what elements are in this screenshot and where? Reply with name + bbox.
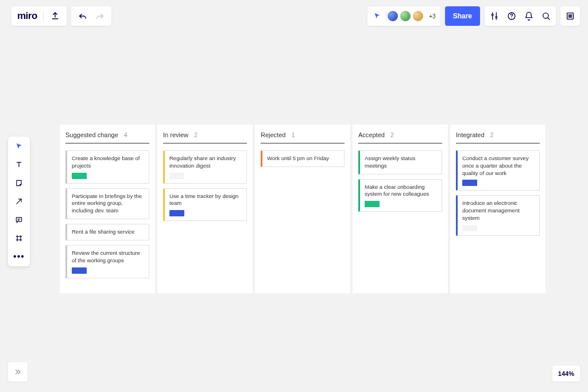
- app-logo[interactable]: miro: [17, 10, 37, 22]
- column-header: Rejected1: [261, 131, 345, 143]
- right-tools-box: [485, 6, 556, 26]
- card-tag-swatch: [462, 180, 477, 186]
- card-tag-swatch: [72, 267, 87, 274]
- column-title: Suggested change: [65, 131, 118, 138]
- cursor-icon[interactable]: [372, 12, 382, 20]
- more-tools-icon[interactable]: •••: [14, 251, 24, 262]
- select-tool-icon[interactable]: [14, 141, 24, 152]
- card-tag-swatch: [462, 225, 477, 231]
- help-icon[interactable]: [506, 11, 517, 21]
- topbar-left: miro: [11, 6, 111, 26]
- card-tag-swatch: [365, 201, 380, 207]
- kanban-card[interactable]: Make a clear onboarding system for new c…: [358, 179, 442, 212]
- panel-icon[interactable]: [560, 6, 580, 26]
- column-header: In review2: [163, 131, 247, 143]
- column-header: Integrated2: [456, 131, 540, 143]
- column-count: 2: [490, 131, 494, 138]
- zoom-level[interactable]: 144%: [552, 366, 580, 382]
- more-avatars-badge[interactable]: +3: [429, 13, 435, 20]
- card-text: Conduct a customer survey once a quarter…: [462, 155, 535, 177]
- frame-tool-icon[interactable]: [14, 233, 24, 243]
- kanban-column[interactable]: Integrated2Conduct a customer survey onc…: [450, 125, 546, 293]
- kanban-column[interactable]: Suggested change4Create a knowledge base…: [60, 125, 155, 293]
- card-tag-swatch: [169, 210, 184, 216]
- column-header: Accepted2: [358, 131, 442, 143]
- expand-toolbar-icon[interactable]: [8, 362, 28, 382]
- sticky-note-tool-icon[interactable]: [14, 178, 24, 188]
- column-count: 4: [124, 131, 127, 138]
- top-bar: miro +3 Share: [0, 6, 588, 26]
- divider: [43, 11, 44, 21]
- svg-line-9: [548, 18, 550, 20]
- avatar[interactable]: [386, 10, 399, 22]
- column-count: 2: [390, 131, 394, 138]
- column-title: Accepted: [358, 131, 385, 138]
- share-button[interactable]: Share: [445, 6, 480, 26]
- kanban-card[interactable]: Review the current structure of the work…: [65, 245, 149, 278]
- collaborators-box: +3: [368, 6, 440, 26]
- topbar-right: +3 Share: [368, 6, 580, 26]
- kanban-card[interactable]: Introduce an electronic document managem…: [456, 195, 540, 235]
- comment-tool-icon[interactable]: [14, 215, 24, 225]
- card-text: Create a knowledge base of projects: [72, 155, 144, 170]
- kanban-card[interactable]: Use a time tracker by design team: [163, 188, 247, 222]
- export-icon[interactable]: [49, 10, 61, 22]
- card-text: Regularly share an industry innovation d…: [169, 155, 242, 170]
- kanban-card[interactable]: Regularly share an industry innovation d…: [163, 150, 247, 184]
- logo-box: miro: [11, 6, 67, 26]
- card-tag-swatch: [169, 173, 184, 179]
- undo-icon[interactable]: [77, 10, 88, 22]
- card-text: Participate in briefings by the entire w…: [72, 193, 144, 215]
- undo-redo-box: [71, 6, 111, 26]
- card-text: Work until 5 pm on Friday: [267, 155, 339, 162]
- kanban-card[interactable]: Conduct a customer survey once a quarter…: [456, 150, 540, 191]
- svg-line-16: [17, 199, 21, 204]
- settings-icon[interactable]: [489, 11, 500, 21]
- column-header: Suggested change4: [65, 131, 149, 143]
- card-text: Review the current structure of the work…: [72, 250, 144, 265]
- column-count: 1: [291, 131, 295, 138]
- search-icon[interactable]: [541, 11, 551, 21]
- kanban-column[interactable]: Accepted2Assign weekly status meetingsMa…: [353, 125, 448, 293]
- kanban-column[interactable]: In review2Regularly share an industry in…: [157, 125, 253, 293]
- kanban-card[interactable]: Assign weekly status meetings: [358, 150, 442, 174]
- kanban-column[interactable]: Rejected1Work until 5 pm on Friday: [255, 125, 350, 293]
- card-text: Assign weekly status meetings: [365, 155, 437, 170]
- kanban-card[interactable]: Participate in briefings by the entire w…: [65, 188, 149, 219]
- redo-icon[interactable]: [94, 10, 106, 22]
- card-text: Use a time tracker by design team: [169, 193, 242, 208]
- column-count: 2: [194, 131, 198, 138]
- bell-icon[interactable]: [524, 11, 534, 21]
- column-title: Integrated: [456, 131, 485, 138]
- kanban-card[interactable]: Work until 5 pm on Friday: [261, 150, 345, 167]
- text-tool-icon[interactable]: [14, 160, 24, 170]
- column-title: In review: [163, 131, 188, 138]
- kanban-card[interactable]: Create a knowledge base of projects: [65, 150, 149, 184]
- avatar[interactable]: [399, 10, 412, 22]
- card-text: Introduce an electronic document managem…: [462, 200, 535, 222]
- left-toolbar: •••: [8, 137, 30, 266]
- column-title: Rejected: [261, 131, 285, 138]
- card-text: Make a clear onboarding system for new c…: [365, 184, 437, 199]
- arrow-tool-icon[interactable]: [14, 196, 24, 207]
- card-text: Rent a file sharing service: [72, 228, 144, 236]
- avatar[interactable]: [412, 10, 424, 22]
- card-tag-swatch: [72, 173, 87, 179]
- kanban-board[interactable]: Suggested change4Create a knowledge base…: [60, 125, 546, 293]
- kanban-card[interactable]: Rent a file sharing service: [65, 224, 149, 240]
